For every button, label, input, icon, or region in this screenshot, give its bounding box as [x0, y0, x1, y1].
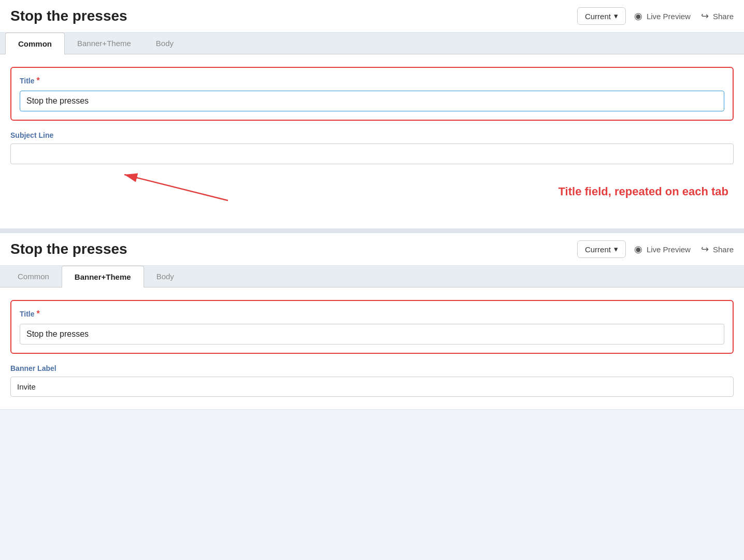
version-dropdown-2[interactable]: Current ▾: [577, 240, 626, 258]
share-button-1[interactable]: ↪ Share: [701, 10, 734, 22]
title-field-group-2: Title *: [10, 300, 734, 354]
title-input-2[interactable]: [20, 324, 724, 344]
eye-icon-2: ◉: [634, 243, 642, 255]
page-title-1: Stop the presses: [10, 8, 569, 24]
tabs-1: Common Banner+Theme Body: [0, 33, 744, 54]
tabs-2: Common Banner+Theme Body: [0, 266, 744, 288]
section-divider: [0, 229, 744, 233]
banner-label-input[interactable]: [10, 377, 734, 397]
required-star-1: *: [37, 76, 40, 85]
header-actions: ◉ Live Preview ↪ Share: [634, 10, 734, 22]
share-icon-1: ↪: [701, 10, 709, 22]
banner-label-group: Banner Label: [10, 364, 734, 397]
tab-body-2[interactable]: Body: [144, 266, 187, 287]
required-star-2: *: [37, 309, 40, 319]
header-actions-2: ◉ Live Preview ↪ Share: [634, 243, 734, 255]
tab-banner-theme-1[interactable]: Banner+Theme: [65, 33, 144, 54]
version-label-2: Current: [585, 245, 611, 254]
title-input-1[interactable]: [20, 91, 724, 111]
section-2: Stop the presses Current ▾ ◉ Live Previe…: [0, 233, 744, 410]
share-button-2[interactable]: ↪ Share: [701, 243, 734, 255]
subject-line-label: Subject Line: [10, 131, 734, 139]
annotation-text-1: Title field, repeated on each tab: [559, 185, 728, 198]
live-preview-label-1: Live Preview: [647, 12, 691, 21]
chevron-down-icon: ▾: [614, 11, 618, 21]
title-label-1: Title *: [20, 76, 724, 85]
version-dropdown[interactable]: Current ▾: [577, 7, 626, 25]
tab-body-1[interactable]: Body: [144, 33, 186, 54]
chevron-down-icon-2: ▾: [614, 245, 618, 254]
content-area-2: Title * Banner Label: [0, 288, 744, 409]
subject-line-input[interactable]: [10, 143, 734, 164]
subject-line-group: Subject Line: [10, 131, 734, 164]
title-label-2: Title *: [20, 309, 724, 319]
version-label: Current: [585, 12, 611, 21]
live-preview-button-2[interactable]: ◉ Live Preview: [634, 243, 691, 255]
eye-icon: ◉: [634, 10, 642, 22]
header-1: Stop the presses Current ▾ ◉ Live Previe…: [0, 0, 744, 33]
title-field-group-1: Title *: [10, 67, 734, 121]
annotation-area: Title field, repeated on each tab: [10, 169, 734, 216]
tab-common-2[interactable]: Common: [5, 266, 62, 287]
section-1: Stop the presses Current ▾ ◉ Live Previe…: [0, 0, 744, 229]
tab-banner-theme-2[interactable]: Banner+Theme: [62, 266, 144, 288]
page-title-2: Stop the presses: [10, 241, 569, 257]
live-preview-label-2: Live Preview: [647, 245, 691, 254]
share-label-2: Share: [713, 245, 734, 254]
share-label-1: Share: [713, 12, 734, 21]
svg-line-1: [124, 175, 228, 200]
header-2: Stop the presses Current ▾ ◉ Live Previe…: [0, 233, 744, 266]
share-icon-2: ↪: [701, 243, 709, 255]
live-preview-button-1[interactable]: ◉ Live Preview: [634, 10, 691, 22]
annotation-arrow: [10, 169, 373, 216]
banner-label-label: Banner Label: [10, 364, 734, 372]
content-area-1: Title * Subject Line Title field, repeat…: [0, 54, 744, 228]
tab-common-1[interactable]: Common: [5, 33, 65, 54]
